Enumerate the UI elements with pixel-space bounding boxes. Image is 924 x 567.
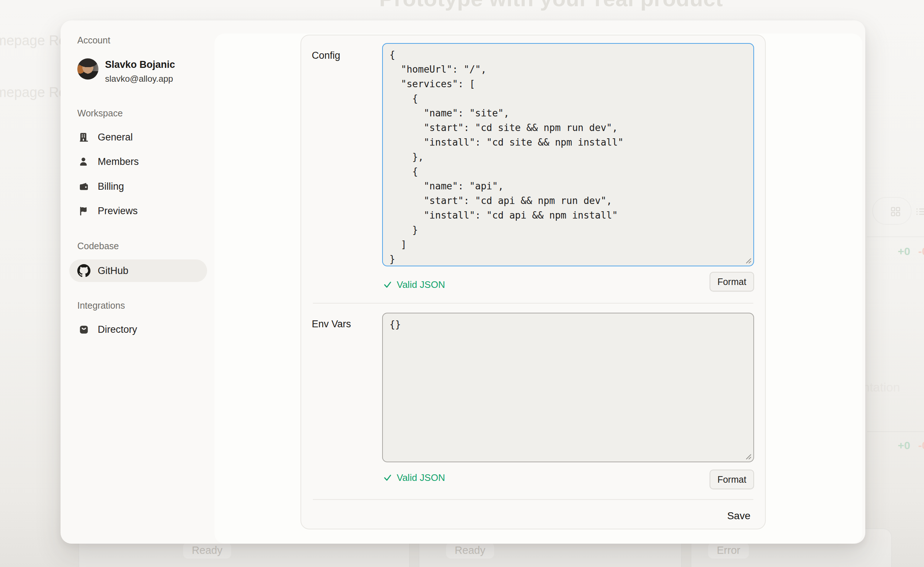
sidebar-item-general[interactable]: General — [69, 126, 207, 149]
config-label: Config — [312, 50, 340, 61]
list-view-icon — [915, 206, 924, 218]
sidebar-item-label: General — [98, 132, 133, 143]
background-divider — [867, 236, 924, 237]
background-diff-stats: +0-0 — [898, 245, 924, 257]
check-icon — [383, 280, 392, 289]
sidebar-item-label: Previews — [98, 205, 138, 217]
grid-view-icon — [890, 206, 901, 218]
sidebar-item-members[interactable]: Members — [69, 150, 207, 173]
sidebar-section-workspace: Workspace — [77, 108, 123, 119]
github-settings-card: Config { "homeUrl": "/", "services": [ {… — [300, 35, 766, 529]
settings-modal: Account Slavko Bojanic slavko@alloy.app … — [60, 20, 865, 544]
flag-icon — [77, 205, 90, 218]
person-icon — [77, 155, 90, 168]
section-divider — [313, 499, 753, 500]
status-badge: Ready — [446, 542, 494, 559]
sidebar-section-integrations: Integrations — [77, 300, 125, 311]
sidebar-item-label: Billing — [98, 181, 124, 192]
sidebar-item-previews[interactable]: Previews — [69, 200, 207, 222]
save-button[interactable]: Save — [725, 510, 753, 522]
directory-icon — [77, 323, 90, 336]
status-badge: Error — [708, 542, 749, 559]
status-badge: Ready — [183, 542, 231, 559]
config-textarea[interactable]: { "homeUrl": "/", "services": [ { "name"… — [382, 43, 754, 266]
env-vars-format-button[interactable]: Format — [710, 469, 754, 489]
background-diff-stats: +0-0 — [898, 439, 924, 452]
user-email: slavko@alloy.app — [105, 74, 173, 84]
resize-handle-icon[interactable] — [745, 257, 752, 265]
sidebar-section-codebase: Codebase — [77, 241, 119, 251]
env-vars-validation-status: Valid JSON — [383, 470, 445, 485]
sidebar-section-account: Account — [77, 35, 110, 46]
github-icon — [77, 264, 90, 277]
user-name: Slavko Bojanic — [105, 59, 175, 71]
background-card-title: ntation — [863, 380, 900, 394]
background-page-title: Prototype with your real product — [379, 0, 723, 11]
valid-json-text: Valid JSON — [397, 279, 445, 290]
env-vars-label: Env Vars — [312, 319, 351, 330]
avatar — [77, 59, 99, 80]
section-divider — [313, 303, 753, 304]
sidebar-item-billing[interactable]: Billing — [69, 175, 207, 198]
settings-panel: Config { "homeUrl": "/", "services": [ {… — [214, 33, 862, 544]
env-vars-field: {} — [382, 313, 754, 462]
resize-handle-icon[interactable] — [745, 453, 752, 460]
wallet-icon — [77, 180, 90, 193]
sidebar-item-directory[interactable]: Directory — [69, 318, 207, 341]
sidebar-item-label: Members — [98, 156, 139, 167]
config-format-button[interactable]: Format — [710, 272, 754, 292]
sidebar-item-label: Directory — [98, 324, 137, 335]
valid-json-text: Valid JSON — [397, 472, 445, 483]
env-vars-textarea[interactable]: {} — [382, 313, 754, 462]
app-screen: Prototype with your real product mepage … — [0, 0, 924, 567]
check-icon — [383, 473, 392, 482]
background-divider — [867, 431, 924, 432]
sidebar-item-github[interactable]: GitHub — [69, 259, 207, 282]
sidebar-item-label: GitHub — [98, 265, 128, 277]
config-validation-status: Valid JSON — [383, 277, 445, 292]
config-field: { "homeUrl": "/", "services": [ { "name"… — [382, 43, 754, 266]
building-icon — [77, 131, 90, 144]
